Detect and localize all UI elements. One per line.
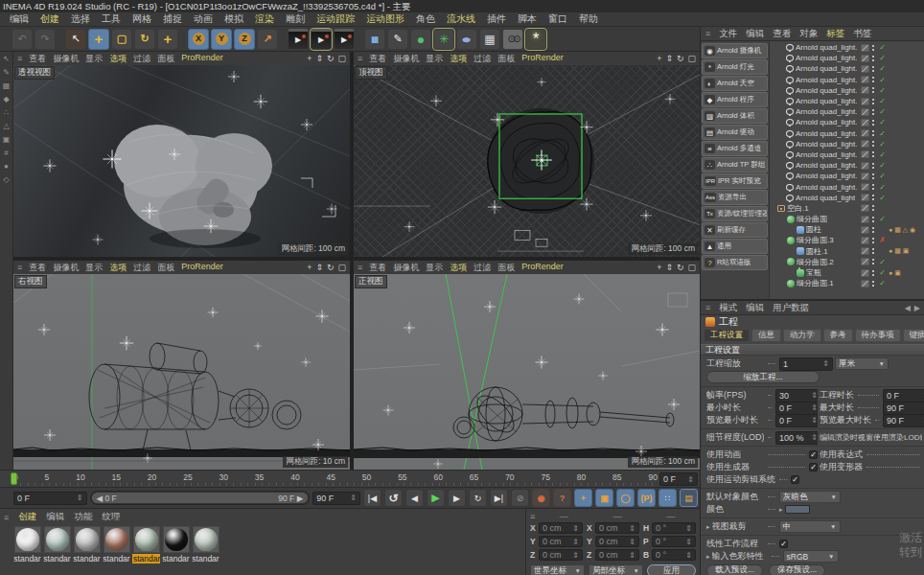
- toolbar-button[interactable]: ⊙⊙: [502, 29, 523, 50]
- spinner-icon[interactable]: ⇕: [685, 538, 692, 546]
- menu-item[interactable]: 渲染: [249, 12, 280, 26]
- toolbar-button[interactable]: Y: [211, 29, 232, 50]
- material-name[interactable]: standar: [103, 554, 129, 564]
- material-name[interactable]: standar: [132, 554, 160, 564]
- object-row[interactable]: 细分曲面.3 ✗: [770, 235, 924, 245]
- layer-tag-icon[interactable]: [861, 162, 869, 170]
- coord-field[interactable]: H 0 °⇕: [643, 522, 696, 534]
- playhead[interactable]: [11, 472, 17, 485]
- object-manager-menu-item[interactable]: 标签: [826, 28, 844, 40]
- mode-toolbar-icon[interactable]: ●: [4, 163, 9, 171]
- menu-item[interactable]: 选择: [65, 12, 96, 26]
- section-header[interactable]: 工程设置: [701, 344, 924, 356]
- dolly-icon[interactable]: ⇕: [665, 263, 673, 272]
- spinner-icon[interactable]: ⇕: [350, 494, 357, 502]
- layer-tag-icon[interactable]: [861, 44, 869, 52]
- menu-item[interactable]: 流水线: [441, 12, 481, 26]
- menu-item[interactable]: 插件: [481, 12, 512, 26]
- material-name[interactable]: standar: [43, 554, 70, 564]
- toolbar-button[interactable]: ▦: [479, 29, 500, 50]
- dolly-icon[interactable]: ⇕: [315, 54, 323, 63]
- object-manager-menu-item[interactable]: 文件: [719, 28, 737, 40]
- object-row[interactable]: Arnold quad_light.1 ✓: [770, 181, 924, 192]
- layer-tag-icon[interactable]: [861, 280, 869, 288]
- toolbar-button[interactable]: ↶: [12, 29, 33, 50]
- arnold-palette-item[interactable]: Ass 资源导出: [702, 190, 768, 205]
- object-name[interactable]: Arnold quad_light.1: [796, 183, 857, 192]
- visibility-dots-icon[interactable]: [871, 108, 876, 116]
- enable-toggle[interactable]: ✓: [878, 97, 887, 105]
- toolbar-button[interactable]: [58, 29, 63, 50]
- attribute-tab[interactable]: 键插值: [903, 329, 924, 342]
- toolbar-button[interactable]: ✎: [387, 29, 408, 50]
- object-row[interactable]: 细分曲面 ✓: [770, 214, 924, 224]
- orbit-icon[interactable]: ↻: [327, 263, 335, 272]
- transport-button[interactable]: ?: [553, 489, 571, 507]
- dolly-icon[interactable]: ⇕: [315, 263, 323, 272]
- object-row[interactable]: Arnold quad_light.14 ✓: [770, 42, 924, 53]
- enable-toggle[interactable]: ✓: [878, 279, 887, 288]
- pan-icon[interactable]: +: [657, 54, 661, 63]
- viewport-menu-item[interactable]: 过滤: [133, 262, 150, 274]
- visibility-dots-icon[interactable]: [871, 65, 876, 73]
- maximize-icon[interactable]: ▢: [687, 263, 696, 272]
- object-row[interactable]: Arnold quad_light.13 ✓: [770, 53, 924, 63]
- object-row[interactable]: 细分曲面.2 ✓: [770, 257, 924, 267]
- toolbar-button[interactable]: ↻: [134, 29, 155, 50]
- toolbar-button[interactable]: ●: [456, 29, 477, 50]
- spinner-icon[interactable]: ⇕: [629, 524, 635, 533]
- arnold-palette-item[interactable]: ✕ 刷新缓存: [702, 222, 768, 238]
- transport-button[interactable]: ◉: [532, 489, 550, 507]
- object-name[interactable]: 细分曲面.2: [797, 257, 834, 267]
- mode-toolbar-icon[interactable]: △: [3, 123, 9, 130]
- viewport-menu-item[interactable]: 摄像机: [53, 262, 79, 274]
- menu-item[interactable]: 编辑: [4, 12, 35, 26]
- material-preview-sphere[interactable]: [14, 526, 41, 553]
- fps-field[interactable]: 30⇕: [775, 389, 818, 402]
- enable-toggle[interactable]: ✓: [878, 118, 887, 126]
- viewport-canvas-right[interactable]: 右视图: [13, 274, 350, 470]
- toolbar-button[interactable]: [180, 29, 186, 50]
- object-name[interactable]: Arnold quad_light.11: [796, 76, 857, 84]
- viewport-menu-item[interactable]: 查看: [29, 262, 46, 274]
- orbit-icon[interactable]: ↻: [327, 54, 335, 63]
- min-time-field[interactable]: 0 F⇕: [775, 402, 818, 415]
- coord-mode-dropdown[interactable]: 局部坐标▼: [589, 564, 643, 575]
- visibility-dots-icon[interactable]: [871, 76, 876, 83]
- viewport-menu-item[interactable]: 过滤: [474, 53, 491, 65]
- transport-button[interactable]: ∷: [658, 489, 677, 507]
- timeline-end-box[interactable]: 0 F⇕: [659, 472, 698, 486]
- visibility-dots-icon[interactable]: [871, 183, 876, 191]
- toolbar-button[interactable]: ▶: [288, 29, 309, 50]
- toolbar-button[interactable]: ▶: [334, 29, 355, 50]
- object-name[interactable]: Arnold quad_light.8: [796, 107, 857, 116]
- viewport-canvas-front[interactable]: 正视图: [354, 274, 700, 470]
- load-preset-button[interactable]: 载入预设...: [706, 564, 763, 575]
- mode-toolbar-icon[interactable]: ▣: [3, 136, 11, 144]
- material-menu-item[interactable]: 纹理: [102, 511, 120, 523]
- visibility-dots-icon[interactable]: [871, 280, 876, 288]
- coord-field[interactable]: B 0 °⇕: [643, 549, 696, 561]
- object-row[interactable]: 空白.1: [770, 203, 924, 214]
- viewport-menu-item[interactable]: ProRender: [181, 53, 223, 65]
- visibility-dots-icon[interactable]: [871, 150, 876, 158]
- object-manager-menu-item[interactable]: 编辑: [746, 28, 764, 40]
- enable-toggle[interactable]: ✓: [878, 258, 887, 266]
- visibility-dots-icon[interactable]: [871, 269, 876, 277]
- toolbar-button[interactable]: *: [525, 29, 546, 50]
- object-name[interactable]: Arnold quad_light.6: [796, 129, 857, 138]
- arnold-palette-item[interactable]: ◉ Arnold 摄像机: [702, 43, 768, 58]
- object-name[interactable]: Arnold quad_light.13: [796, 54, 857, 62]
- material-item[interactable]: standar: [192, 526, 219, 564]
- viewport-menu-item[interactable]: 选项: [109, 53, 127, 65]
- viewport-menu-item[interactable]: 过滤: [474, 262, 491, 274]
- toolbar-button[interactable]: ↗: [257, 29, 278, 50]
- max-time-field[interactable]: 90 F⇕: [883, 402, 924, 415]
- object-name[interactable]: Arnold quad_light: [796, 194, 855, 202]
- mode-toolbar-icon[interactable]: ✎: [3, 69, 10, 77]
- expand-icon[interactable]: ▸: [706, 553, 710, 561]
- visibility-dots-icon[interactable]: [871, 172, 876, 180]
- object-name[interactable]: Arnold quad_light.5: [796, 140, 857, 149]
- layer-tag-icon[interactable]: [861, 204, 869, 212]
- attribute-menu-item[interactable]: 编辑: [746, 302, 764, 314]
